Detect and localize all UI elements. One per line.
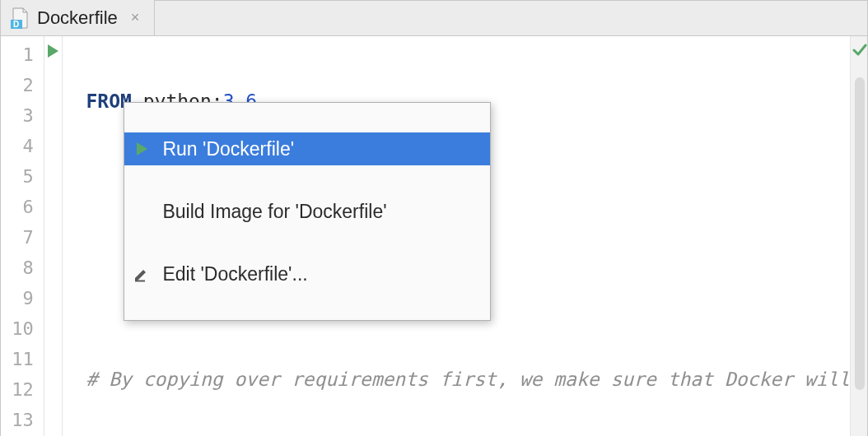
line-number: 9 (1, 283, 44, 313)
code-area[interactable]: FROM python:3.6 # By copying over requir… (63, 36, 850, 436)
gutter-marker-strip (44, 36, 63, 436)
tab-bar: D Dockerfile × (1, 1, 867, 36)
svg-text:D: D (13, 20, 19, 29)
menu-item-label: Run 'Dockerfile' (162, 138, 294, 160)
menu-item-build-image[interactable]: Build Image for 'Dockerfile' (124, 195, 490, 228)
line-number: 4 (1, 131, 44, 161)
scrollbar-thumb[interactable] (855, 77, 865, 390)
run-icon (133, 140, 151, 158)
line-number: 2 (1, 70, 44, 100)
dockerfile-icon: D (11, 7, 29, 29)
line-number: 11 (1, 344, 44, 374)
line-number-gutter: 1 2 3 4 5 6 7 8 9 10 11 12 13 (1, 36, 44, 436)
tab-dockerfile[interactable]: D Dockerfile × (1, 0, 155, 35)
close-icon[interactable]: × (131, 9, 140, 26)
menu-item-label: Build Image for 'Dockerfile' (162, 201, 386, 223)
blank-icon (133, 202, 151, 220)
line-number: 13 (1, 405, 44, 435)
line-number: 5 (1, 161, 44, 192)
menu-item-label: Edit 'Dockerfile'... (162, 263, 307, 285)
comment: # By copying over requirements first, we… (86, 369, 850, 390)
menu-item-edit[interactable]: Edit 'Dockerfile'... (124, 257, 490, 290)
line-number: 6 (1, 192, 44, 222)
tab-label: Dockerfile (37, 7, 118, 29)
line-number: 3 (1, 100, 44, 131)
editor-window: D Dockerfile × 1 2 3 4 5 6 7 8 9 10 11 1… (0, 0, 868, 436)
error-stripe[interactable] (850, 36, 867, 436)
code-line[interactable]: # By copying over requirements first, we… (63, 364, 850, 395)
context-menu: Run 'Dockerfile' Build Image for 'Docker… (124, 102, 491, 321)
run-gutter-icon[interactable] (48, 44, 58, 58)
editor-area: 1 2 3 4 5 6 7 8 9 10 11 12 13 FROM pytho… (1, 36, 867, 436)
menu-item-run[interactable]: Run 'Dockerfile' (124, 132, 490, 165)
analysis-ok-icon (852, 43, 867, 58)
line-number: 1 (1, 39, 44, 70)
pencil-icon (133, 265, 151, 283)
line-number: 7 (1, 222, 44, 253)
line-number: 12 (1, 374, 44, 405)
line-number: 8 (1, 253, 44, 283)
line-number: 10 (1, 313, 44, 344)
